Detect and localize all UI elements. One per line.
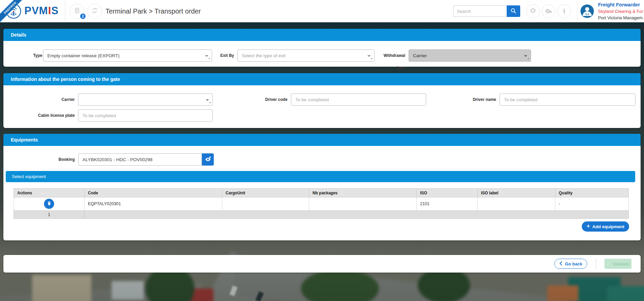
search-icon xyxy=(510,8,516,15)
select-equipment-title: Select equipment xyxy=(12,174,46,179)
logout-button[interactable] xyxy=(526,4,540,18)
carrier-select[interactable]: * xyxy=(78,93,213,106)
exit-by-label: Exit By xyxy=(206,49,234,62)
pvmis-logo-text: PVMIS xyxy=(24,5,59,17)
col-code: Code xyxy=(85,189,222,197)
carrier-label: Carrier xyxy=(37,93,75,106)
cabin-license-plate-label: Cabin license plate xyxy=(24,109,75,122)
required-asterisk: * xyxy=(209,102,211,105)
driver-name-input[interactable] xyxy=(500,93,636,106)
cell-nb-packages xyxy=(309,197,417,211)
booking-label: Booking xyxy=(44,153,75,166)
col-actions: Actions xyxy=(14,189,85,197)
power-icon xyxy=(530,7,536,15)
logo-accent-letter: I xyxy=(48,5,51,17)
user-role: Freight Forwarder xyxy=(598,2,644,8)
equipment-table-footer-row: 1 xyxy=(14,211,629,219)
col-iso-label: ISO label xyxy=(478,189,555,197)
user-company: Skyland Clearing & For xyxy=(598,8,644,15)
check-icon: ✓ xyxy=(607,261,611,266)
info-button[interactable]: i xyxy=(557,4,571,18)
withdrawal-type-label: Withdrawal type xyxy=(375,49,405,74)
booking-view-button[interactable] xyxy=(202,153,214,166)
add-equipment-button[interactable]: + Add equipment xyxy=(582,221,629,232)
booking-input[interactable] xyxy=(78,153,202,166)
cell-cargounit xyxy=(222,197,309,211)
equipments-title: Equipments xyxy=(11,137,38,143)
transport-orders-button[interactable]: 2 xyxy=(70,4,85,19)
equipment-table-row: EQPTALY020301 2101 - xyxy=(14,197,629,211)
col-cargounit: CargoUnit xyxy=(222,189,309,197)
chevron-down-icon xyxy=(367,55,371,57)
trash-icon xyxy=(47,201,52,207)
equipments-section-header: Equipments xyxy=(3,134,641,146)
col-nb-packages: Nb packages xyxy=(309,189,417,197)
top-header: PVMIS 2 Ter xyxy=(0,0,644,22)
header-divider xyxy=(65,0,65,22)
document-icon xyxy=(74,7,80,15)
gears-icon: ⚙⚙ xyxy=(545,8,552,14)
chevron-left-icon xyxy=(559,261,562,266)
equipment-table-header-row: Actions Code CargoUnit Nb packages ISO I… xyxy=(14,189,629,197)
search-button[interactable] xyxy=(507,5,520,17)
user-organization: Port Victoria Managem xyxy=(598,15,644,21)
app-screen: PVMIS 2 Ter xyxy=(0,0,644,301)
cell-actions xyxy=(14,197,85,211)
gate-info-section: Information about the person coming to t… xyxy=(3,73,641,128)
details-section-header: Details xyxy=(3,29,641,41)
details-title: Details xyxy=(11,32,26,38)
validate-button[interactable]: ✓ Validate xyxy=(604,259,631,269)
plus-icon: + xyxy=(586,223,590,230)
exit-by-select[interactable]: Select the type of exit * xyxy=(237,49,374,62)
delete-equipment-button[interactable] xyxy=(44,199,54,209)
footer-divider xyxy=(596,258,596,269)
action-bar: Go back ✓ Validate xyxy=(3,255,641,273)
info-icon: i xyxy=(563,8,565,15)
select-equipment-header: Select equipment xyxy=(6,171,635,182)
refresh-button[interactable] xyxy=(87,4,102,19)
chevron-down-icon xyxy=(524,55,527,57)
type-select[interactable]: Empty container release (EXPORT) * xyxy=(43,49,212,62)
cell-iso: 2101 xyxy=(417,197,478,211)
notification-badge: 2 xyxy=(79,13,86,20)
type-label: Type xyxy=(10,49,42,62)
cell-iso-label xyxy=(478,197,555,211)
required-asterisk: * xyxy=(371,58,372,61)
global-search xyxy=(453,5,520,17)
footer-filler xyxy=(85,211,629,219)
user-info[interactable]: Freight Forwarder Skyland Clearing & For… xyxy=(598,2,644,21)
gate-info-title: Information about the person coming to t… xyxy=(11,77,120,82)
cell-code: EQPTALY020301 xyxy=(85,197,222,211)
settings-button[interactable]: ⚙⚙ xyxy=(542,4,555,18)
eye-plus-icon xyxy=(205,156,211,164)
withdrawal-type-select: Carrier * xyxy=(409,49,531,62)
equipments-section: Equipments Booking Select equipment xyxy=(3,134,641,240)
chevron-down-icon xyxy=(206,99,209,101)
breadcrumb-title: Terminal Park > Transport order xyxy=(106,0,201,22)
search-input[interactable] xyxy=(453,5,507,17)
gate-info-section-header: Information about the person coming to t… xyxy=(3,73,641,85)
equipment-table: Actions Code CargoUnit Nb packages ISO I… xyxy=(14,188,629,219)
cell-quality: - xyxy=(555,197,629,211)
user-avatar[interactable] xyxy=(580,4,594,18)
details-section: Details Type Empty container release (EX… xyxy=(3,29,641,67)
col-iso: ISO xyxy=(417,189,478,197)
header-divider xyxy=(577,1,577,21)
go-back-button[interactable]: Go back xyxy=(554,259,587,269)
col-quality: Quality xyxy=(555,189,629,197)
required-asterisk: * xyxy=(528,58,529,61)
refresh-icon xyxy=(91,7,98,15)
driver-code-input[interactable] xyxy=(291,93,426,106)
driver-code-label: Driver code xyxy=(257,93,288,106)
driver-name-label: Driver name xyxy=(463,93,496,106)
cabin-license-plate-input[interactable] xyxy=(78,109,213,122)
row-count: 1 xyxy=(14,211,85,219)
